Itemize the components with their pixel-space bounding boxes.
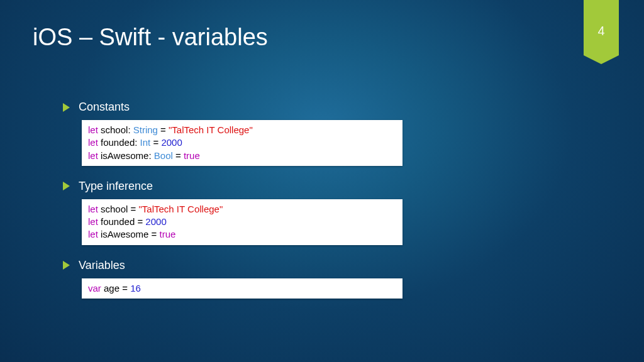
code-line: let school: String = "TalTech IT College… (88, 124, 396, 136)
code-line: let isAwesome: Bool = true (88, 150, 396, 162)
bullet-label: Variables (79, 259, 125, 272)
code-constants: let school: String = "TalTech IT College… (82, 120, 402, 166)
triangle-bullet-icon (63, 182, 70, 190)
bullet-variables: Variables (63, 259, 402, 272)
slide-content: Constants let school: String = "TalTech … (63, 101, 402, 299)
code-line: let school = "TalTech IT College" (88, 203, 396, 216)
bullet-type-inference: Type inference (63, 180, 402, 193)
page-number: 4 (597, 24, 604, 38)
code-variables: var age = 16 (82, 278, 402, 299)
code-line: var age = 16 (88, 282, 396, 295)
page-number-tab: 4 (584, 0, 619, 55)
code-line: let founded = 2000 (88, 216, 396, 228)
code-line: let founded: Int = 2000 (88, 136, 396, 149)
bullet-label: Type inference (79, 180, 153, 193)
triangle-bullet-icon (63, 103, 70, 112)
bullet-label: Constants (79, 101, 130, 114)
triangle-bullet-icon (63, 261, 70, 270)
code-line: let isAwesome = true (88, 228, 396, 241)
slide: 4 iOS – Swift - variables Constants let … (0, 0, 644, 362)
bullet-constants: Constants (63, 101, 402, 114)
code-type-inference: let school = "TalTech IT College" let fo… (82, 199, 402, 245)
slide-title: iOS – Swift - variables (33, 24, 268, 51)
